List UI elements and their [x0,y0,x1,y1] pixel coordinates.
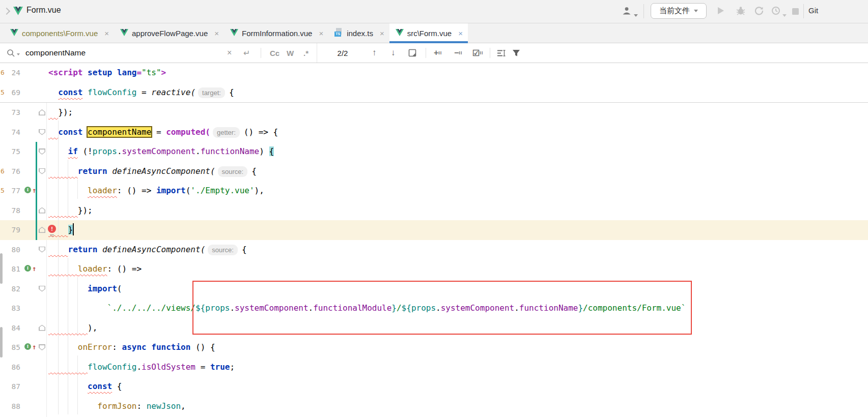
code-text: const { [48,377,122,397]
code-line-81[interactable]: 81I↑ loader: () => [0,259,868,279]
vue-file-icon [13,7,23,17]
code-text: }); [48,201,93,221]
title-bar: Form.vue 当前文件 Git [0,0,868,23]
code-text: ), [48,318,97,338]
clear-search-icon[interactable]: × [227,43,232,63]
code-line-87[interactable]: 87 const { [0,377,868,397]
add-occurrence-icon[interactable]: +II [434,43,442,63]
match-case-toggle[interactable]: Cc [270,43,279,63]
code-line-73[interactable]: 73 }); [0,103,868,123]
breadcrumb-file-name[interactable]: Form.vue [26,6,61,15]
fold-marker-icon[interactable] [39,109,45,115]
user-account-icon[interactable] [622,7,632,17]
insert-newline-icon[interactable]: ↵ [243,43,250,63]
code-line-85[interactable]: 85I↑ onError: async function () { [0,338,868,358]
tab-components-form-vue[interactable]: components\Form.vue× [4,23,114,43]
code-line-69[interactable]: 569 const flowConfig = reactive(target:{ [0,83,868,103]
run-configuration-select[interactable]: 当前文件 [651,3,707,19]
previous-match-icon[interactable]: ↑ [372,43,377,63]
debug-bug-icon[interactable] [736,6,745,17]
line-number: 73 [0,103,20,123]
code-line-76[interactable]: 676 return defineAsyncComponent(source:{ [0,162,868,182]
vue-file-icon [230,29,238,38]
sticky-lines-panel: 624<script setup lang="ts">569 const flo… [0,63,868,103]
search-history-caret-icon[interactable] [17,45,20,64]
fold-marker-icon[interactable] [39,227,45,233]
tab-close-icon[interactable]: × [319,29,323,38]
tab-forminformation-vue[interactable]: FormInformation.vue× [224,23,328,43]
gutter-arrow-icon: ↑ [32,341,36,353]
find-bar-divider [426,48,426,58]
whole-words-toggle[interactable]: W [287,43,294,63]
line-number: 86 [0,358,20,377]
code-line-88[interactable]: 88 formJson: newJson, [0,397,868,416]
breadcrumb-chevron-icon[interactable] [3,8,10,15]
coverage-rerun-icon[interactable] [754,6,764,17]
fold-marker-icon[interactable] [39,286,45,292]
gutter-annotation-icon[interactable]: I [24,187,31,193]
git-widget[interactable]: Git [808,6,818,15]
fold-marker-icon[interactable] [39,247,45,253]
code-line-78[interactable]: 78 }); [0,201,868,221]
profiler-caret-icon[interactable] [782,10,787,19]
fold-marker-icon[interactable] [39,325,45,331]
vcs-change-marker[interactable] [36,162,37,182]
tab-label: src\Form.vue [407,29,452,38]
code-line-80[interactable]: 80 return defineAsyncComponent(source:{ [0,240,868,260]
tab-label: approveFlowPage.vue [132,29,208,38]
run-configuration-label: 当前文件 [659,6,690,16]
tab-close-icon[interactable]: × [458,29,463,38]
tab-label: components\Form.vue [22,29,98,38]
tab-close-icon[interactable]: × [214,29,219,38]
find-in-selection-icon[interactable] [408,43,416,63]
code-line-77[interactable]: 577I↑ loader: () => import('./Empty.vue'… [0,181,868,201]
search-input[interactable]: componentName [25,43,86,63]
fold-marker-icon[interactable] [39,129,45,135]
find-bar-divider [490,48,490,58]
user-menu-caret-icon[interactable] [634,10,638,19]
tab-src-form-vue[interactable]: src\Form.vue× [389,23,468,43]
tab-approveflowpage-vue[interactable]: approveFlowPage.vue× [114,23,224,43]
annotation-red-box [192,281,692,335]
code-line-74[interactable]: 74 const componentName = computed(getter… [0,123,868,142]
gutter-annotation-icon[interactable]: I [24,343,31,350]
line-number: 24 [0,63,20,83]
line-number: 69 [0,83,20,103]
code-line-24[interactable]: 624<script setup lang="ts"> [0,63,868,83]
fold-marker-icon[interactable] [39,148,45,155]
tab-close-icon[interactable]: × [380,29,384,38]
code-line-75[interactable]: 75 if (!props.systemComponent.functionNa… [0,142,868,162]
tab-close-icon[interactable]: × [104,29,109,38]
results-list-icon[interactable] [497,43,506,63]
regex-toggle[interactable]: .* [303,43,309,63]
find-bar-divider [317,43,317,63]
code-text: } [48,220,74,240]
code-line-86[interactable]: 86 flowConfig.isOldSystem = true; [0,358,868,377]
next-match-icon[interactable]: ↓ [391,43,396,63]
fold-marker-icon[interactable] [39,168,45,174]
run-button[interactable] [717,6,725,17]
fold-marker-icon[interactable] [39,207,45,214]
remove-occurrence-icon[interactable]: −II [454,43,462,63]
search-icon[interactable] [7,43,15,63]
code-line-79[interactable]: 79! } [0,220,868,240]
filter-icon[interactable] [512,43,520,63]
clipped-scrollbar-fragment [0,327,3,358]
fold-marker-icon[interactable] [39,344,45,350]
gutter-annotation-icon[interactable]: I [24,265,31,272]
gutter-arrow-icon: ↑ [32,184,36,196]
vcs-change-marker[interactable] [36,220,37,240]
vcs-change-marker[interactable] [36,201,37,221]
toolbar-separator [803,4,804,18]
profiler-icon[interactable] [771,6,780,17]
vcs-change-marker[interactable] [36,142,37,162]
code-text: const componentName = computed(getter:()… [48,123,278,142]
code-lines: 73 });74 const componentName = computed(… [0,103,868,416]
select-all-occurrences-icon[interactable]: ☑II [472,43,483,63]
find-bar-divider [261,48,261,58]
code-text: onError: async function () { [48,338,215,358]
typescript-file-icon: TS [334,28,343,37]
tab-index-ts[interactable]: TSindex.ts× [328,23,389,43]
stop-button[interactable] [792,8,799,17]
line-number: 81 [0,259,20,279]
